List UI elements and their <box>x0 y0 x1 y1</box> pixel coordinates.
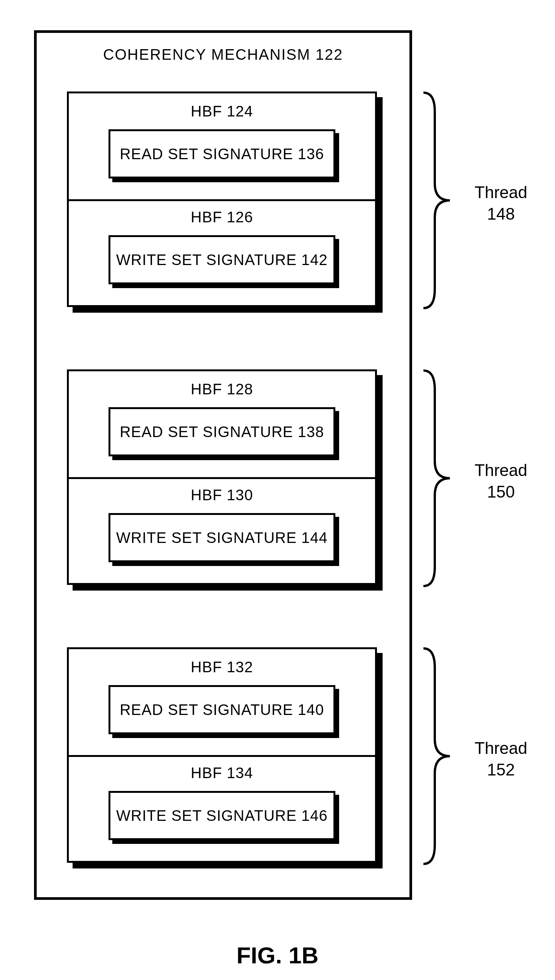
coherency-mechanism-box: COHERENCY MECHANISM 122 HBF 124 READ SET… <box>34 30 412 900</box>
thread-text: Thread 150 <box>475 461 527 501</box>
read-set-signature-136: READ SET SIGNATURE 136 <box>109 129 335 178</box>
thread-group-152: HBF 132 READ SET SIGNATURE 140 HBF 134 W… <box>67 647 377 863</box>
brace-icon <box>423 367 457 590</box>
thread-label-150: Thread 150 <box>463 459 539 502</box>
hbf-label: HBF 126 <box>69 199 375 226</box>
hbf-label: HBF 124 <box>69 93 375 120</box>
hbf-132: HBF 132 READ SET SIGNATURE 140 <box>69 649 375 755</box>
inner-label: READ SET SIGNATURE 138 <box>120 423 324 441</box>
thread-label-148: Thread 148 <box>463 181 539 225</box>
inner-label: WRITE SET SIGNATURE 142 <box>116 252 327 268</box>
hbf-128: HBF 128 READ SET SIGNATURE 138 <box>69 371 375 477</box>
figure-label: FIG. 1B <box>0 942 555 969</box>
diagram-canvas: COHERENCY MECHANISM 122 HBF 124 READ SET… <box>0 0 555 980</box>
thread-group-150: HBF 128 READ SET SIGNATURE 138 HBF 130 W… <box>67 369 377 585</box>
hbf-134: HBF 134 WRITE SET SIGNATURE 146 <box>69 755 375 861</box>
write-set-signature-144: WRITE SET SIGNATURE 144 <box>109 513 335 562</box>
coherency-title: COHERENCY MECHANISM 122 <box>37 46 409 63</box>
inner-label: WRITE SET SIGNATURE 146 <box>116 807 327 824</box>
hbf-130: HBF 130 WRITE SET SIGNATURE 144 <box>69 477 375 583</box>
hbf-label: HBF 130 <box>69 477 375 504</box>
hbf-label: HBF 132 <box>69 649 375 676</box>
inner-label: WRITE SET SIGNATURE 144 <box>116 529 327 546</box>
hbf-label: HBF 134 <box>69 755 375 781</box>
inner-label: READ SET SIGNATURE 140 <box>120 701 324 719</box>
thread-group-148: HBF 124 READ SET SIGNATURE 136 HBF 126 W… <box>67 91 377 307</box>
brace-icon <box>423 89 457 312</box>
inner-label: READ SET SIGNATURE 136 <box>120 146 324 163</box>
read-set-signature-140: READ SET SIGNATURE 140 <box>109 685 335 734</box>
thread-label-152: Thread 152 <box>463 737 539 780</box>
thread-text: Thread 148 <box>475 183 527 223</box>
write-set-signature-146: WRITE SET SIGNATURE 146 <box>109 791 335 840</box>
hbf-126: HBF 126 WRITE SET SIGNATURE 142 <box>69 199 375 305</box>
read-set-signature-138: READ SET SIGNATURE 138 <box>109 407 335 456</box>
thread-text: Thread 152 <box>475 739 527 779</box>
write-set-signature-142: WRITE SET SIGNATURE 142 <box>109 235 335 284</box>
hbf-label: HBF 128 <box>69 371 375 398</box>
hbf-124: HBF 124 READ SET SIGNATURE 136 <box>69 93 375 199</box>
brace-icon <box>423 645 457 868</box>
